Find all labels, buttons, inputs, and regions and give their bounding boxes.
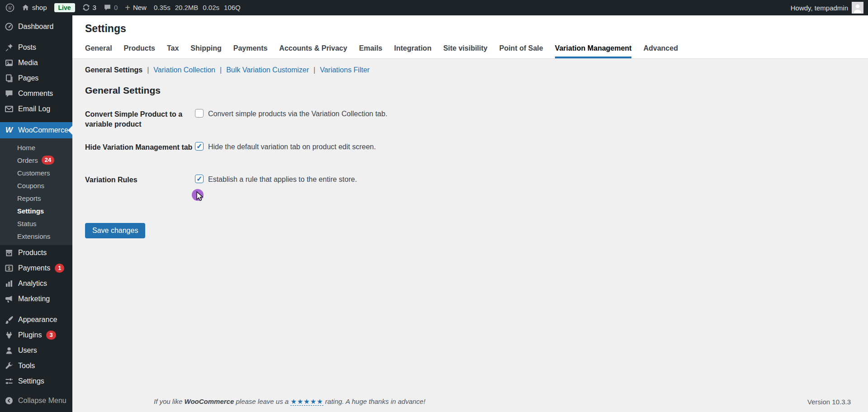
woocommerce-submenu: Home Orders 24 Customers Coupons Reports… (0, 138, 72, 245)
stat-queries: 106Q (224, 4, 241, 11)
form-row-label: Hide Variation Management tab (85, 142, 195, 161)
form-row-convert-simple: Convert Simple Product to a variable pro… (85, 109, 855, 129)
settings-body: General Settings | Variation Collection … (72, 59, 868, 246)
sidebar-item-analytics[interactable]: Analytics (0, 276, 72, 291)
tab-payments[interactable]: Payments (233, 43, 268, 58)
collapse-menu-label: Collapse Menu (18, 397, 66, 405)
account-menu[interactable]: Howdy, tempadmin (791, 2, 868, 14)
hide-variation-tab-checkbox[interactable] (195, 142, 204, 151)
tab-emails[interactable]: Emails (359, 43, 383, 58)
avatar-person-icon (852, 2, 863, 14)
footer-brand: WooCommerce (185, 398, 234, 405)
variation-rules-checkbox[interactable] (195, 175, 204, 183)
tab-shipping[interactable]: Shipping (190, 43, 221, 58)
tab-general[interactable]: General (85, 43, 112, 58)
email-icon (5, 104, 14, 114)
sidebar-item-tools[interactable]: Tools (0, 358, 72, 374)
tab-integration[interactable]: Integration (394, 43, 432, 58)
sidebar-item-label: Media (18, 59, 38, 67)
new-content-button[interactable]: + New (125, 3, 147, 12)
site-name-link[interactable]: shop (22, 4, 47, 11)
subnav-general-settings[interactable]: General Settings (85, 66, 142, 74)
comments-count: 0 (114, 4, 118, 11)
tab-variation-management[interactable]: Variation Management (555, 43, 632, 58)
tab-tax[interactable]: Tax (167, 43, 179, 58)
menu-separator (0, 307, 72, 312)
comments-icon (5, 89, 14, 98)
footer-text-middle: please leave us a (236, 398, 289, 405)
footer-text-suffix: rating. A huge thanks in advance! (325, 398, 426, 405)
sidebar-item-label: Products (18, 249, 47, 257)
pages-icon (5, 74, 14, 83)
orders-count-badge: 24 (42, 156, 54, 165)
howdy-text: Howdy, tempadmin (791, 4, 848, 12)
sidebar-item-label: Pages (18, 74, 38, 82)
submenu-label: Extensions (17, 232, 50, 240)
sidebar-item-email-log[interactable]: Email Log (0, 101, 72, 117)
section-title: General Settings (85, 85, 855, 96)
sidebar-item-marketing[interactable]: Marketing (0, 291, 72, 307)
payments-count-badge: 1 (55, 264, 64, 273)
subnav-bulk-variation-customizer[interactable]: Bulk Variation Customizer (226, 66, 309, 74)
sidebar-item-pages[interactable]: Pages (0, 71, 72, 86)
sidebar-item-label: Dashboard (18, 23, 53, 31)
sidebar-item-label: WooCommerce (18, 126, 68, 134)
submenu-item-customers[interactable]: Customers (0, 166, 72, 179)
variation-rules-description[interactable]: Establish a rule that applies to the ent… (208, 175, 357, 185)
sidebar-item-label: Users (18, 346, 37, 355)
subnav-variation-collection[interactable]: Variation Collection (153, 66, 215, 74)
sidebar-item-label: Settings (18, 377, 44, 385)
convert-simple-description[interactable]: Convert simple products via the Variatio… (208, 109, 387, 119)
plugin-icon (5, 331, 14, 340)
collapse-menu-button[interactable]: Collapse Menu (0, 393, 72, 408)
updates-indicator[interactable]: 3 (82, 4, 96, 11)
submenu-item-extensions[interactable]: Extensions (0, 230, 72, 242)
hide-variation-tab-description[interactable]: Hide the default variation tab on produc… (208, 142, 376, 152)
convert-simple-checkbox[interactable] (195, 109, 204, 118)
submenu-item-coupons[interactable]: Coupons (0, 179, 72, 192)
submenu-item-settings[interactable]: Settings (0, 204, 72, 217)
new-label: New (133, 4, 147, 11)
comment-bubble-icon (104, 4, 111, 11)
tab-products[interactable]: Products (124, 43, 155, 58)
sidebar-item-media[interactable]: Media (0, 55, 72, 71)
form-row-hide-variation-tab: Hide Variation Management tab Hide the d… (85, 142, 855, 161)
tab-point-of-sale[interactable]: Point of Sale (499, 43, 543, 58)
five-stars-link[interactable]: ★★★★★ (290, 398, 323, 406)
subnav-variations-filter[interactable]: Variations Filter (320, 66, 370, 74)
collapse-arrow-icon (5, 396, 14, 405)
submenu-item-reports[interactable]: Reports (0, 192, 72, 204)
submenu-item-status[interactable]: Status (0, 217, 72, 230)
pushpin-icon (5, 43, 14, 52)
menu-separator (0, 117, 72, 122)
woocommerce-icon: W (5, 126, 14, 135)
tab-site-visibility[interactable]: Site visibility (443, 43, 488, 58)
sidebar-item-posts[interactable]: Posts (0, 40, 72, 55)
tab-advanced[interactable]: Advanced (643, 43, 678, 58)
sidebar-item-settings[interactable]: Settings (0, 374, 72, 389)
comments-indicator[interactable]: 0 (104, 4, 118, 11)
sidebar-item-comments[interactable]: Comments (0, 86, 72, 101)
stat-query-time: 0.02s (203, 4, 219, 11)
admin-sidebar: Dashboard Posts Media Pages Comments Ema… (0, 15, 72, 412)
sidebar-item-woocommerce[interactable]: W WooCommerce (0, 122, 72, 138)
sidebar-item-payments[interactable]: $ Payments 1 (0, 260, 72, 276)
submenu-item-home[interactable]: Home (0, 141, 72, 154)
submenu-item-orders[interactable]: Orders 24 (0, 154, 72, 166)
wordpress-logo-icon[interactable] (5, 3, 14, 12)
svg-text:$: $ (8, 266, 10, 271)
sidebar-item-dashboard[interactable]: Dashboard (0, 19, 72, 34)
submenu-label: Coupons (17, 182, 44, 189)
updates-count: 3 (93, 4, 96, 11)
analytics-bars-icon (5, 279, 14, 288)
submenu-label: Customers (17, 169, 50, 177)
sidebar-item-users[interactable]: Users (0, 343, 72, 358)
sidebar-item-appearance[interactable]: Appearance (0, 312, 72, 327)
save-changes-button[interactable]: Save changes (85, 223, 145, 238)
sidebar-item-label: Comments (18, 90, 53, 98)
sidebar-item-plugins[interactable]: Plugins 3 (0, 327, 72, 343)
sidebar-item-products[interactable]: Products (0, 245, 72, 260)
tab-accounts-privacy[interactable]: Accounts & Privacy (279, 43, 347, 58)
submenu-label: Home (17, 144, 35, 152)
version-text: Version 10.3.3 (807, 398, 851, 406)
